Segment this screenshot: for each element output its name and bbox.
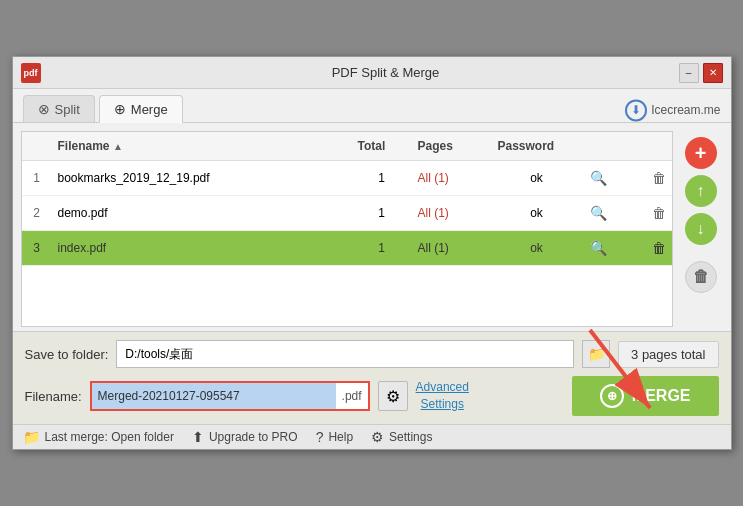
last-merge-label: Last merge: Open folder	[45, 430, 174, 444]
save-folder-row: Save to folder: 📁 3 pages total	[25, 340, 719, 368]
col-search	[582, 136, 642, 156]
filename-input[interactable]	[92, 383, 336, 409]
upgrade-label: Upgrade to PRO	[209, 430, 298, 444]
settings-label: Settings	[389, 430, 432, 444]
row2-num: 2	[22, 202, 52, 224]
split-tab-icon: ⊗	[38, 101, 50, 117]
settings-item[interactable]: ⚙ Settings	[371, 429, 432, 445]
folder-icon: 📁	[588, 346, 605, 362]
search-icon[interactable]: 🔍	[588, 202, 610, 224]
split-tab-label: Split	[55, 102, 80, 117]
merge-tab-label: Merge	[131, 102, 168, 117]
upgrade-icon: ⬆	[192, 429, 204, 445]
branding-logo: ⬇ Icecream.me	[625, 99, 720, 121]
row2-pages-link[interactable]: All (1)	[418, 206, 449, 220]
merge-button[interactable]: ⊕ MERGE	[572, 376, 719, 416]
advanced-settings-link[interactable]: Advanced Settings	[416, 379, 469, 413]
titlebar: pdf PDF Split & Merge – ✕	[13, 57, 731, 89]
advanced-link[interactable]: Advanced Settings	[416, 379, 469, 413]
tab-split[interactable]: ⊗ Split	[23, 95, 95, 122]
row2-pages: All (1)	[412, 202, 492, 224]
upgrade-item[interactable]: ⬆ Upgrade to PRO	[192, 429, 298, 445]
row2-search-btn[interactable]: 🔍	[582, 198, 642, 228]
row3-pages: All (1)	[412, 237, 492, 259]
filename-input-wrapper: .pdf	[90, 381, 370, 411]
settings-icon: ⚙	[371, 429, 384, 445]
row3-filename: index.pdf	[52, 237, 352, 259]
save-path-input[interactable]	[116, 340, 574, 368]
settings-gear-button[interactable]: ⚙	[378, 381, 408, 411]
logo-icon: ⬇	[625, 99, 647, 121]
table-row: 3 index.pdf 1 All (1) ok 🔍 🗑	[22, 231, 672, 266]
row3-pages-link[interactable]: All (1)	[418, 241, 449, 255]
close-button[interactable]: ✕	[703, 63, 723, 83]
bottom-controls: Save to folder: 📁 3 pages total Filename…	[13, 331, 731, 424]
row2-password: ok	[492, 202, 582, 224]
save-label: Save to folder:	[25, 347, 109, 362]
col-pages: Pages	[412, 136, 492, 156]
sort-icon: ▲	[113, 141, 123, 152]
delete-icon[interactable]: 🗑	[648, 237, 670, 259]
row1-pages: All (1)	[412, 167, 492, 189]
row1-num: 1	[22, 167, 52, 189]
merge-tab-icon: ⊕	[114, 101, 126, 117]
down-arrow-icon: ↓	[697, 220, 705, 238]
trash-icon: 🗑	[693, 268, 709, 286]
footer: 📁 Last merge: Open folder ⬆ Upgrade to P…	[13, 424, 731, 449]
row1-search-btn[interactable]: 🔍	[582, 163, 642, 193]
app-window: pdf PDF Split & Merge – ✕ ⊗ Split ⊕ Merg…	[12, 56, 732, 450]
delete-all-button[interactable]: 🗑	[685, 261, 717, 293]
add-file-button[interactable]: +	[685, 137, 717, 169]
delete-icon[interactable]: 🗑	[648, 202, 670, 224]
up-arrow-icon: ↑	[697, 182, 705, 200]
search-icon[interactable]: 🔍	[588, 237, 610, 259]
search-icon[interactable]: 🔍	[588, 167, 610, 189]
col-filename: Filename ▲	[52, 136, 352, 156]
col-num	[22, 136, 52, 156]
row2-filename: demo.pdf	[52, 202, 352, 224]
main-content: Filename ▲ Total Pages Password	[13, 123, 731, 424]
app-icon: pdf	[21, 63, 41, 83]
browse-folder-button[interactable]: 📁	[582, 340, 610, 368]
last-merge-item[interactable]: 📁 Last merge: Open folder	[23, 429, 174, 445]
table-header: Filename ▲ Total Pages Password	[22, 132, 672, 161]
delete-icon[interactable]: 🗑	[648, 167, 670, 189]
row3-total: 1	[352, 237, 412, 259]
logo-label: Icecream.me	[651, 103, 720, 117]
minimize-button[interactable]: –	[679, 63, 699, 83]
row3-password: ok	[492, 237, 582, 259]
row1-pages-link[interactable]: All (1)	[418, 171, 449, 185]
row3-search-btn[interactable]: 🔍	[582, 233, 642, 263]
col-total: Total	[352, 136, 412, 156]
filename-row: Filename: .pdf ⚙ Advanced Settings ⊕ MER	[25, 376, 719, 416]
row1-password: ok	[492, 167, 582, 189]
move-down-button[interactable]: ↓	[685, 213, 717, 245]
row2-delete-btn[interactable]: 🗑	[642, 198, 672, 228]
help-icon: ?	[316, 429, 324, 445]
table-row: 1 bookmarks_2019_12_19.pdf 1 All (1) ok …	[22, 161, 672, 196]
side-actions: + ↑ ↓ 🗑	[679, 131, 723, 327]
help-item[interactable]: ? Help	[316, 429, 353, 445]
row2-total: 1	[352, 202, 412, 224]
row3-delete-btn[interactable]: 🗑	[642, 233, 672, 263]
pdf-suffix: .pdf	[336, 383, 368, 409]
help-label: Help	[328, 430, 353, 444]
row1-delete-btn[interactable]: 🗑	[642, 163, 672, 193]
window-controls: – ✕	[679, 63, 723, 83]
filename-label: Filename:	[25, 389, 82, 404]
file-list: Filename ▲ Total Pages Password	[21, 131, 673, 327]
col-delete	[642, 136, 672, 156]
merge-button-label: MERGE	[632, 387, 691, 405]
row1-total: 1	[352, 167, 412, 189]
move-up-button[interactable]: ↑	[685, 175, 717, 207]
app-title: PDF Split & Merge	[49, 65, 723, 80]
pages-total-badge: 3 pages total	[618, 341, 718, 368]
add-icon: +	[695, 143, 707, 163]
gear-icon: ⚙	[386, 387, 400, 406]
row1-filename: bookmarks_2019_12_19.pdf	[52, 167, 352, 189]
tab-merge[interactable]: ⊕ Merge	[99, 95, 183, 123]
merge-button-icon: ⊕	[600, 384, 624, 408]
table-row: 2 demo.pdf 1 All (1) ok 🔍 🗑	[22, 196, 672, 231]
tabs-row: ⊗ Split ⊕ Merge ⬇ Icecream.me	[13, 89, 731, 123]
file-area: Filename ▲ Total Pages Password	[21, 131, 723, 327]
